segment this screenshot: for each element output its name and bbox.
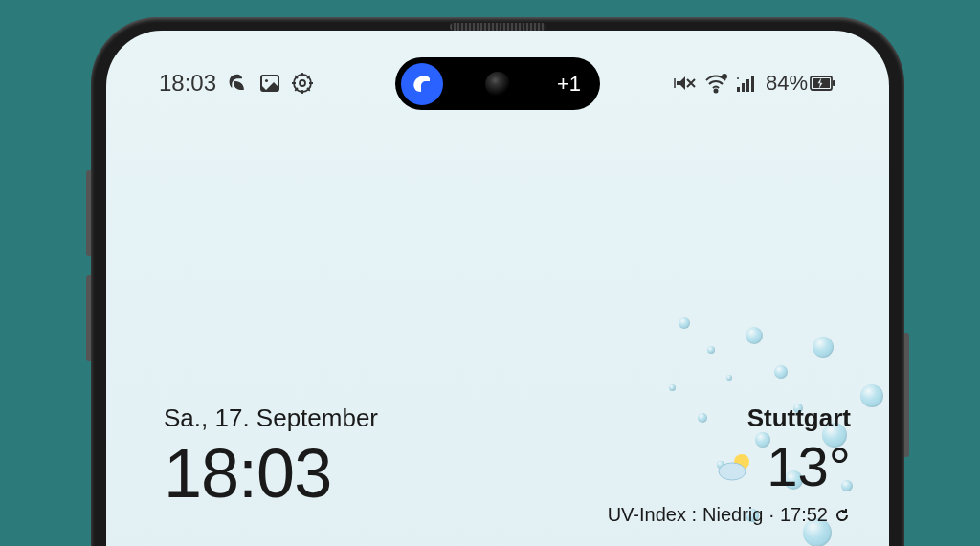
svg-rect-6	[737, 87, 740, 92]
phone-frame: 18:03	[91, 17, 904, 546]
notch-extra-count: +1	[557, 72, 581, 97]
svg-point-2	[300, 80, 305, 86]
dynamic-island[interactable]: +1	[395, 57, 600, 110]
app-notification-icon	[226, 72, 249, 95]
homescreen-widgets: Sa., 17. September 18:03 Stuttgart 13° U…	[164, 404, 851, 526]
gallery-icon	[258, 72, 281, 95]
weather-widget[interactable]: Stuttgart 13° UV-Index : Niedrig · 17:52	[608, 404, 851, 526]
power-button[interactable]	[904, 333, 909, 457]
svg-rect-9	[751, 76, 754, 92]
status-bar-left: 18:03	[159, 70, 314, 97]
battery-status: 84%	[766, 71, 836, 96]
speaker-grille	[450, 23, 546, 31]
date-label: Sa., 17. September	[164, 404, 378, 433]
refresh-icon[interactable]	[834, 507, 851, 524]
phone-screen[interactable]: 18:03	[106, 31, 889, 546]
settings-gear-icon	[291, 72, 314, 95]
svg-point-10	[737, 77, 739, 79]
svg-point-5	[723, 75, 726, 78]
uv-index-label: UV-Index :	[608, 504, 697, 526]
svg-point-1	[265, 79, 268, 82]
battery-charging-icon	[810, 75, 836, 92]
svg-point-15	[719, 463, 746, 480]
volume-down-button[interactable]	[86, 275, 91, 361]
svg-rect-8	[746, 79, 749, 92]
weather-updated-time: 17:52	[780, 504, 828, 526]
svg-point-4	[714, 90, 717, 93]
svg-rect-12	[833, 80, 835, 86]
wifi-icon	[704, 72, 727, 95]
weather-temperature: 13°	[767, 439, 851, 494]
svg-rect-7	[742, 83, 745, 92]
status-time: 18:03	[159, 70, 216, 97]
weather-city: Stuttgart	[747, 404, 851, 433]
weather-condition-icon	[713, 445, 757, 489]
weather-details-row: UV-Index : Niedrig · 17:52	[608, 504, 851, 526]
mute-vibrate-icon	[674, 72, 697, 95]
volume-up-button[interactable]	[86, 170, 91, 256]
signal-icon	[735, 72, 758, 95]
front-camera	[485, 72, 510, 97]
clock-widget[interactable]: Sa., 17. September 18:03	[164, 404, 378, 526]
uv-index-value: Niedrig	[702, 504, 763, 526]
notch-app-icon[interactable]	[401, 63, 443, 105]
battery-percent-label: 84%	[766, 71, 808, 96]
status-bar-right: 84%	[674, 71, 836, 96]
time-label: 18:03	[164, 439, 378, 508]
